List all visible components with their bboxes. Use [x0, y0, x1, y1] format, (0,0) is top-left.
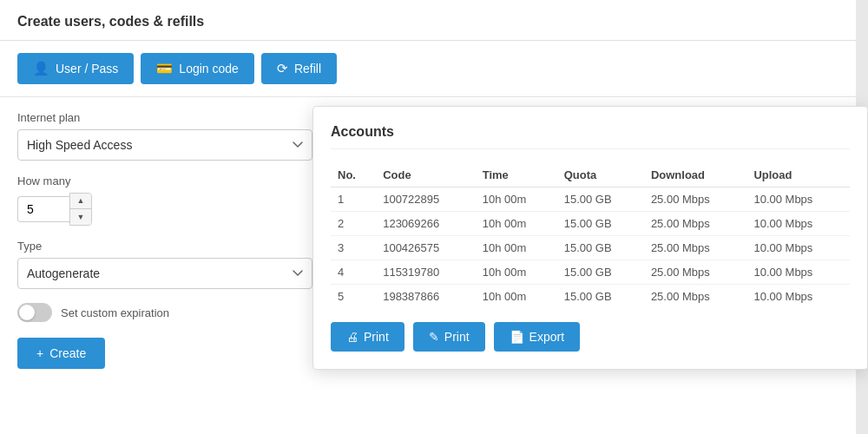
page-title: Create users, codes & refills [17, 14, 204, 29]
internet-plan-label: Internet plan [17, 111, 312, 124]
cell-quota: 15.00 GB [557, 285, 644, 309]
print1-label: Print [364, 330, 389, 344]
how-many-group: How many 5 ▲ ▼ [17, 174, 312, 226]
col-code: Code [376, 163, 476, 187]
col-download: Download [644, 163, 747, 187]
cell-quota: 15.00 GB [557, 187, 644, 212]
accounts-title: Accounts [331, 124, 850, 149]
stepper-down-button[interactable]: ▼ [70, 209, 91, 225]
cell-upload: 10.00 Mbps [746, 212, 850, 236]
refresh-icon: ⟳ [277, 61, 288, 76]
main-content: Internet plan High Speed Access Basic Pl… [0, 97, 868, 383]
card-icon: 💳 [156, 61, 173, 76]
quantity-input[interactable]: 5 [17, 196, 69, 222]
cell-upload: 10.00 Mbps [746, 236, 850, 260]
user-pass-label: User / Pass [56, 62, 118, 76]
table-row: 519838786610h 00m15.00 GB25.00 Mbps10.00… [331, 285, 850, 309]
cell-no: 4 [331, 260, 376, 285]
cell-no: 3 [331, 236, 376, 260]
login-code-label: Login code [179, 62, 239, 76]
print2-button[interactable]: ✎ Print [413, 322, 485, 352]
cell-upload: 10.00 Mbps [746, 260, 850, 285]
refill-button[interactable]: ⟳ Refill [261, 53, 337, 84]
cell-download: 25.00 Mbps [644, 236, 747, 260]
stepper-up-button[interactable]: ▲ [70, 194, 91, 209]
printer-icon-2: ✎ [429, 330, 439, 344]
col-quota: Quota [557, 163, 644, 187]
cell-code: 198387866 [376, 285, 476, 309]
quantity-stepper: 5 ▲ ▼ [17, 193, 312, 226]
table-row: 310042657510h 00m15.00 GB25.00 Mbps10.00… [331, 236, 850, 260]
printer-icon-1: 🖨 [346, 330, 358, 344]
cell-no: 5 [331, 285, 376, 309]
cell-upload: 10.00 Mbps [746, 187, 850, 212]
expiration-toggle[interactable] [17, 303, 52, 322]
table-row: 110072289510h 00m15.00 GB25.00 Mbps10.00… [331, 187, 850, 212]
cell-code: 100426575 [376, 236, 476, 260]
accounts-actions: 🖨 Print ✎ Print 📄 Export [331, 322, 850, 352]
cell-quota: 15.00 GB [557, 212, 644, 236]
table-row: 212306926610h 00m15.00 GB25.00 Mbps10.00… [331, 212, 850, 236]
col-time: Time [476, 163, 557, 187]
user-icon: 👤 [33, 61, 49, 76]
create-label: Create [49, 346, 86, 360]
internet-plan-select[interactable]: High Speed Access Basic Plan Premium Pla… [17, 129, 312, 161]
accounts-panel: Accounts No. Code Time Quota Download Up… [312, 106, 868, 370]
left-panel: Internet plan High Speed Access Basic Pl… [17, 111, 312, 369]
cell-time: 10h 00m [476, 260, 557, 285]
cell-quota: 15.00 GB [557, 260, 644, 285]
cell-quota: 15.00 GB [557, 236, 644, 260]
how-many-label: How many [17, 174, 312, 187]
login-code-button[interactable]: 💳 Login code [141, 53, 254, 84]
print1-button[interactable]: 🖨 Print [331, 322, 404, 352]
cell-time: 10h 00m [476, 285, 557, 309]
cell-no: 1 [331, 187, 376, 212]
type-group: Type Autogenerate Manual [17, 240, 312, 289]
create-button[interactable]: + Create [17, 338, 105, 369]
cell-code: 100722895 [376, 187, 476, 212]
cell-code: 115319780 [376, 260, 476, 285]
table-row: 411531978010h 00m15.00 GB25.00 Mbps10.00… [331, 260, 850, 285]
cell-download: 25.00 Mbps [644, 187, 747, 212]
export-button[interactable]: 📄 Export [494, 322, 580, 352]
cell-download: 25.00 Mbps [644, 260, 747, 285]
cell-no: 2 [331, 212, 376, 236]
export-label: Export [529, 330, 564, 344]
cell-code: 123069266 [376, 212, 476, 236]
type-label: Type [17, 240, 312, 253]
cell-download: 25.00 Mbps [644, 212, 747, 236]
user-pass-button[interactable]: 👤 User / Pass [17, 53, 134, 84]
expiration-toggle-row: Set custom expiration [17, 303, 312, 322]
cell-time: 10h 00m [476, 212, 557, 236]
cell-upload: 10.00 Mbps [746, 285, 850, 309]
page-header: Create users, codes & refills [0, 0, 868, 41]
col-upload: Upload [746, 163, 850, 187]
toolbar: 👤 User / Pass 💳 Login code ⟳ Refill [0, 41, 868, 97]
refill-label: Refill [294, 62, 321, 76]
print2-label: Print [444, 330, 470, 344]
plus-icon: + [36, 346, 43, 360]
stepper-buttons: ▲ ▼ [69, 193, 92, 226]
accounts-table: No. Code Time Quota Download Upload 1100… [331, 163, 850, 308]
type-select[interactable]: Autogenerate Manual [17, 258, 312, 289]
cell-time: 10h 00m [476, 187, 557, 212]
expiration-label: Set custom expiration [61, 306, 169, 319]
internet-plan-group: Internet plan High Speed Access Basic Pl… [17, 111, 312, 161]
col-no: No. [331, 163, 376, 187]
export-icon: 📄 [510, 330, 524, 344]
cell-time: 10h 00m [476, 236, 557, 260]
cell-download: 25.00 Mbps [644, 285, 747, 309]
table-header-row: No. Code Time Quota Download Upload [331, 163, 850, 187]
